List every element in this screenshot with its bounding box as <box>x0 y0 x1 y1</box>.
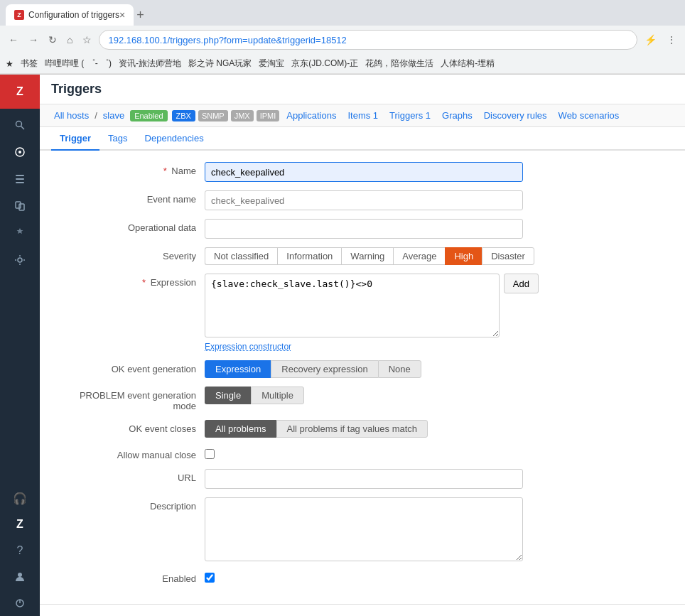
sidebar-icon-help[interactable]: ? <box>6 538 34 563</box>
tab-tags[interactable]: Tags <box>99 127 136 151</box>
discovery-rules-link[interactable]: Discovery rules <box>478 109 553 122</box>
sidebar-logo[interactable]: Z <box>0 75 40 109</box>
name-row: * Name <box>63 162 662 182</box>
sidebar-icon-search[interactable] <box>6 112 34 138</box>
sidebar-icon-power[interactable] <box>6 590 34 616</box>
address-bar: ← → ↻ ⌂ ☆ ⚡ ⋮ <box>0 26 685 54</box>
severity-warning[interactable]: Warning <box>341 247 393 265</box>
sidebar: Z 🎧 Z ? <box>0 75 40 616</box>
allow-manual-close-label: Allow manual close <box>63 446 205 460</box>
severity-not-classified[interactable]: Not classified <box>205 247 277 265</box>
form-tabs: Trigger Tags Dependencies <box>40 127 685 151</box>
description-textarea[interactable] <box>205 497 523 561</box>
svg-line-1 <box>21 126 25 130</box>
star-button[interactable]: ☆ <box>80 31 95 48</box>
home-button[interactable]: ⌂ <box>64 31 75 48</box>
bookmark-5[interactable]: 爱淘宝 <box>259 58 284 70</box>
back-button[interactable]: ← <box>6 31 21 48</box>
host-name-link[interactable]: slave <box>100 109 127 122</box>
sidebar-icon-administration[interactable] <box>6 247 34 273</box>
sidebar-icon-support[interactable]: 🎧 <box>6 485 34 511</box>
applications-link[interactable]: Applications <box>281 109 342 122</box>
zbx-badge[interactable]: ZBX <box>172 110 195 121</box>
graphs-link[interactable]: Graphs <box>436 109 478 122</box>
items-link[interactable]: Items 1 <box>342 109 384 122</box>
menu-button[interactable]: ⋮ <box>664 31 679 48</box>
allow-manual-close-checkbox-wrap <box>205 446 215 459</box>
expression-add-button[interactable]: Add <box>504 274 539 293</box>
operational-data-label: Operational data <box>63 219 205 233</box>
tab-trigger[interactable]: Trigger <box>51 127 99 151</box>
ok-event-expression[interactable]: Expression <box>205 360 271 378</box>
allow-manual-close-checkbox[interactable] <box>205 449 215 459</box>
bookmark-4[interactable]: 影之诗 NGA玩家 <box>188 58 252 70</box>
forward-button[interactable]: → <box>26 31 41 48</box>
sidebar-icon-reports[interactable] <box>6 193 34 219</box>
url-input[interactable] <box>205 469 523 489</box>
bookmark-8[interactable]: 人体结构-埋精 <box>441 58 495 70</box>
svg-point-9 <box>18 258 22 262</box>
description-label: Description <box>63 497 205 512</box>
svg-rect-5 <box>16 178 24 180</box>
sidebar-icon-user[interactable] <box>6 564 34 590</box>
url-label: URL <box>63 469 205 483</box>
page-title: Triggers <box>51 82 102 96</box>
svg-rect-7 <box>16 202 21 208</box>
sidebar-icon-monitoring[interactable] <box>6 139 34 165</box>
expression-container: {slave:check_slave.last()}<>0 Add Expres… <box>205 274 539 352</box>
sidebar-icon-inventory[interactable] <box>6 166 34 192</box>
bookmark-6[interactable]: 京东(JD.COM)-正 <box>291 58 358 70</box>
jmx-badge[interactable]: JMX <box>231 110 254 121</box>
bookmark-2[interactable]: 哔哩哔哩 ( ゜- ゜) <box>45 58 112 70</box>
sidebar-icon-configuration[interactable] <box>6 220 34 246</box>
extension-button[interactable]: ⚡ <box>642 31 659 48</box>
severity-buttons: Not classified Information Warning Avera… <box>205 247 534 265</box>
event-name-input[interactable] <box>205 190 523 210</box>
triggers-link[interactable]: Triggers 1 <box>384 109 436 122</box>
ipmi-badge[interactable]: IPMI <box>257 110 280 121</box>
bookmark-7[interactable]: 花鸽，陪你做生活 <box>365 58 433 70</box>
reload-button[interactable]: ↻ <box>45 31 60 48</box>
enabled-checkbox-wrap <box>205 570 215 583</box>
form-body: * Name Event name Operational data <box>40 151 685 604</box>
problem-mode-row: PROBLEM event generation mode Single Mul… <box>63 387 662 411</box>
name-label: * Name <box>63 162 205 176</box>
page-header: Triggers <box>40 75 685 104</box>
all-hosts-link[interactable]: All hosts <box>51 109 92 122</box>
bookmark-1[interactable]: 书签 <box>21 58 38 70</box>
expression-constructor-link[interactable]: Expression constructor <box>205 342 291 352</box>
event-name-row: Event name <box>63 190 662 210</box>
enabled-label: Enabled <box>63 570 205 584</box>
closes-tag-match[interactable]: All problems if tag values match <box>276 420 428 438</box>
allow-manual-close-row: Allow manual close <box>63 446 662 460</box>
severity-average[interactable]: Average <box>393 247 445 265</box>
tab-bar: Z Configuration of triggers × + <box>0 0 685 26</box>
address-input[interactable] <box>99 30 637 50</box>
tab-favicon: Z <box>14 10 24 20</box>
bookmarks-bar: ★ 书签 哔哩哔哩 ( ゜- ゜) 资讯-旅法师营地 影之诗 NGA玩家 爱淘宝… <box>0 54 685 74</box>
svg-point-10 <box>18 573 22 577</box>
ok-event-none[interactable]: None <box>378 360 421 378</box>
bookmark-3[interactable]: 资讯-旅法师营地 <box>119 58 181 70</box>
name-input[interactable] <box>205 162 523 182</box>
mode-multiple[interactable]: Multiple <box>251 387 304 404</box>
enabled-checkbox[interactable] <box>205 573 215 583</box>
browser-tab[interactable]: Z Configuration of triggers × <box>6 4 134 26</box>
expression-textarea[interactable]: {slave:check_slave.last()}<>0 <box>205 274 500 337</box>
ok-event-recovery[interactable]: Recovery expression <box>271 360 377 378</box>
tab-dependencies[interactable]: Dependencies <box>136 127 212 151</box>
svg-point-0 <box>16 121 22 127</box>
host-navigation: All hosts / slave Enabled ZBX SNMP JMX I… <box>40 104 685 127</box>
app-layout: Z 🎧 Z ? <box>0 75 685 616</box>
new-tab-button[interactable]: + <box>136 8 144 23</box>
closes-all-problems[interactable]: All problems <box>205 420 276 438</box>
operational-data-input[interactable] <box>205 219 523 239</box>
mode-single[interactable]: Single <box>205 387 251 404</box>
tab-close-button[interactable]: × <box>119 9 125 21</box>
web-scenarios-link[interactable]: Web scenarios <box>553 109 625 122</box>
severity-disaster[interactable]: Disaster <box>482 247 534 265</box>
sidebar-icon-z[interactable]: Z <box>6 512 34 537</box>
severity-information[interactable]: Information <box>277 247 341 265</box>
snmp-badge[interactable]: SNMP <box>198 110 228 121</box>
severity-high[interactable]: High <box>445 247 482 265</box>
